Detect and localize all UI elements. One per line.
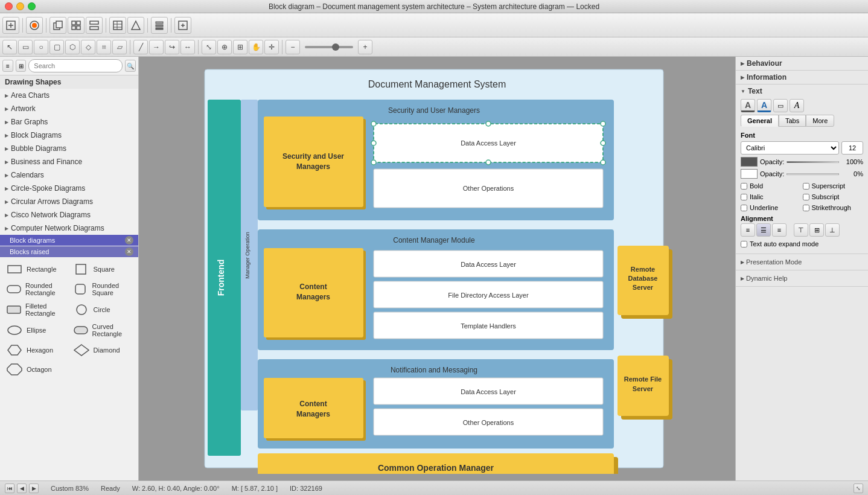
underline-check[interactable]: [741, 205, 747, 211]
text-style-btn[interactable]: A: [790, 99, 804, 112]
zoom-fit-tool[interactable]: ⊕: [217, 40, 232, 54]
ellipse-tool[interactable]: ○: [34, 40, 48, 54]
tb-table-button[interactable]: [109, 17, 126, 34]
shape-item-circle[interactable]: Circle: [71, 301, 135, 319]
sidebar-item-bar-graphs[interactable]: ▶ Bar Graphs: [0, 115, 138, 129]
text-box-btn[interactable]: ▭: [773, 99, 788, 112]
handle-tm[interactable]: [486, 121, 491, 126]
align-left-btn[interactable]: ≡: [741, 223, 755, 237]
list-view-btn[interactable]: ≡: [2, 60, 13, 72]
text-highlight-btn[interactable]: A: [757, 99, 771, 112]
subcategory-blocks-raised[interactable]: Blocks raised ✕: [0, 246, 138, 257]
new-button[interactable]: [2, 17, 19, 34]
minimize-button[interactable]: [16, 2, 24, 10]
subscript-checkbox[interactable]: Subscript: [803, 193, 864, 200]
page-start-btn[interactable]: ⏮: [5, 484, 14, 493]
strikethrough-checkbox[interactable]: Strikethrough: [803, 204, 864, 211]
tab-general[interactable]: General: [741, 115, 779, 127]
search-icon[interactable]: 🔍: [125, 60, 136, 72]
shape-item-rounded-rect[interactable]: Rounded Rectangle: [4, 280, 68, 298]
canvas-area[interactable]: Document Management System Frontend Mana…: [139, 57, 735, 481]
handle-ml[interactable]: [371, 141, 376, 145]
font-size-input[interactable]: [841, 141, 863, 155]
sidebar-item-bubble-diagrams[interactable]: ▶ Bubble Diagrams: [0, 142, 138, 155]
dynamic-help-link[interactable]: ▶ Dynamic Help: [741, 273, 863, 284]
handle-br[interactable]: [601, 160, 605, 165]
align-right-btn[interactable]: ≡: [772, 223, 787, 237]
arrow-tool[interactable]: →: [149, 40, 164, 54]
zoom-in-btn[interactable]: +: [358, 40, 372, 54]
tb-layers-button[interactable]: [151, 17, 168, 34]
rounded-tool[interactable]: ▢: [49, 40, 64, 54]
zoom-thumb[interactable]: [332, 43, 339, 51]
italic-checkbox[interactable]: Italic: [741, 193, 802, 200]
valign-mid-btn[interactable]: ⊞: [809, 223, 824, 237]
opacity1-slider[interactable]: [787, 161, 839, 163]
maximize-button[interactable]: [28, 2, 36, 10]
behaviour-toggle[interactable]: ▶ Behaviour: [741, 59, 863, 68]
page-prev-btn[interactable]: ◀: [17, 484, 27, 493]
text-auto-expand-row[interactable]: Text auto expand mode: [741, 240, 863, 248]
sidebar-item-cisco[interactable]: ▶ Cisco Network Diagrams: [0, 208, 138, 222]
zoom-select-tool[interactable]: ⊞: [233, 40, 247, 54]
handle-tr[interactable]: [601, 121, 605, 126]
underline-checkbox[interactable]: Underline: [741, 204, 802, 211]
sidebar-item-circle-spoke[interactable]: ▶ Circle-Spoke Diagrams: [0, 182, 138, 195]
cursor-tool[interactable]: ↖: [2, 40, 17, 54]
para-tool[interactable]: ▱: [112, 40, 127, 54]
tab-more[interactable]: More: [806, 115, 834, 127]
superscript-checkbox[interactable]: Superscript: [803, 182, 864, 190]
text-toggle[interactable]: ▼ Text: [741, 87, 863, 95]
text-color-swatch[interactable]: [741, 157, 758, 167]
rect-tool[interactable]: ▭: [18, 40, 33, 54]
tb-shape-button[interactable]: [127, 17, 144, 34]
handle-tl[interactable]: [371, 121, 376, 126]
resize-btn[interactable]: ⤡: [854, 484, 863, 493]
crosshair-tool[interactable]: ✛: [264, 40, 279, 54]
presentation-mode-link[interactable]: ▶ Presentation Mode: [741, 257, 863, 267]
search-input[interactable]: [28, 59, 123, 72]
strikethrough-check[interactable]: [803, 205, 809, 211]
shape-item-rectangle[interactable]: Rectangle: [4, 261, 68, 278]
process-tool[interactable]: ⬡: [65, 40, 80, 54]
close-subcategory[interactable]: ✕: [125, 236, 133, 244]
shape-item-rounded-square[interactable]: Rounded Square: [71, 280, 135, 298]
tab-tabs[interactable]: Tabs: [779, 115, 806, 127]
hand-tool[interactable]: ✋: [249, 40, 263, 54]
text-auto-expand-check[interactable]: [741, 241, 747, 248]
double-arrow-tool[interactable]: ↔: [180, 40, 195, 54]
zoom-out-btn[interactable]: −: [286, 40, 300, 54]
shape-item-octagon[interactable]: Octagon: [4, 361, 135, 378]
sidebar-item-calendars[interactable]: ▶ Calendars: [0, 168, 138, 182]
opacity2-slider[interactable]: [787, 173, 839, 175]
shape-item-filleted-rect[interactable]: Filleted Rectangle: [4, 301, 68, 319]
sidebar-item-artwork[interactable]: ▶ Artwork: [0, 102, 138, 115]
zoom-slider[interactable]: [305, 46, 353, 48]
shape-item-ellipse[interactable]: Ellipse: [4, 321, 68, 339]
color-button[interactable]: [26, 17, 43, 34]
subcategory-block-diagrams[interactable]: Block diagrams ✕: [0, 235, 138, 246]
sidebar-item-business-finance[interactable]: ▶ Business and Finance: [0, 155, 138, 168]
line-tool[interactable]: ╱: [133, 40, 148, 54]
close-subcategory2[interactable]: ✕: [125, 248, 133, 256]
bg-color-swatch[interactable]: [741, 169, 758, 179]
diagram-svg[interactable]: Document Management System Frontend Mana…: [199, 63, 675, 474]
tb-expand-button[interactable]: [174, 17, 191, 34]
canvas[interactable]: Document Management System Frontend Mana…: [139, 57, 735, 481]
scale-tool[interactable]: ⤡: [202, 40, 216, 54]
cylinder-tool[interactable]: ⌗: [97, 40, 111, 54]
handle-bm[interactable]: [486, 160, 491, 165]
bend-tool[interactable]: ↪: [165, 40, 179, 54]
valign-top-btn[interactable]: ⊤: [794, 223, 808, 237]
font-selector[interactable]: Calibri: [741, 141, 839, 155]
notif-yellow-block[interactable]: [264, 378, 363, 438]
grid-view-btn[interactable]: ⊞: [16, 60, 27, 72]
shape-item-diamond[interactable]: Diamond: [71, 342, 135, 359]
shape-item-square[interactable]: Square: [71, 261, 135, 278]
subscript-check[interactable]: [803, 194, 809, 200]
tb-arrange-button[interactable]: [86, 17, 103, 34]
security-yellow-block[interactable]: [264, 117, 363, 207]
superscript-check[interactable]: [803, 183, 809, 190]
valign-bot-btn[interactable]: ⊥: [825, 223, 840, 237]
text-color-btn[interactable]: A: [741, 99, 755, 112]
